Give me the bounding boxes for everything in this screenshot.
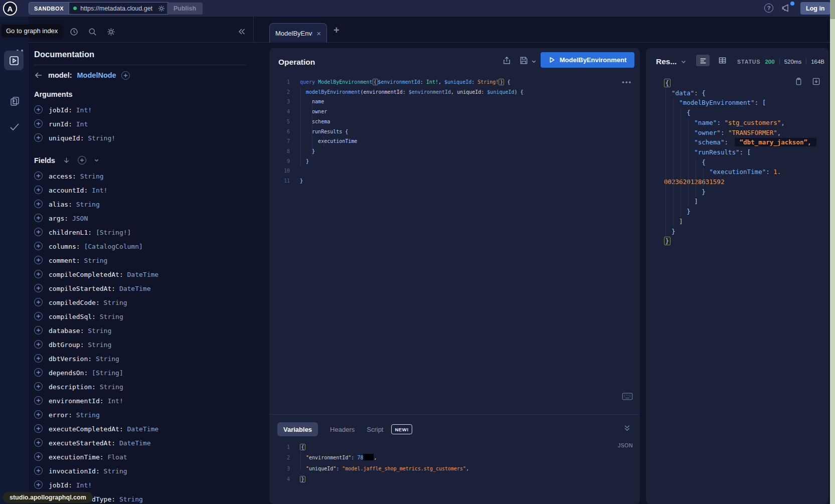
field-row[interactable]: comment: String	[34, 253, 246, 267]
keyboard-shortcuts-icon[interactable]	[622, 392, 633, 401]
download-response-icon[interactable]	[812, 77, 820, 86]
add-field-icon[interactable]	[34, 242, 43, 250]
field-row[interactable]: dbtVersion: String	[34, 351, 246, 365]
indent-guide	[688, 118, 689, 207]
add-field-icon[interactable]	[34, 410, 43, 419]
field-row[interactable]: jobId: Int!	[34, 477, 246, 491]
argument-row[interactable]: uniqueId: String!	[34, 130, 246, 144]
search-icon[interactable]	[88, 27, 97, 37]
login-button[interactable]: Log in	[800, 2, 830, 15]
field-row[interactable]: dbtGroup: String	[34, 337, 246, 351]
announcements-megaphone-icon[interactable]	[781, 3, 791, 13]
settings-gear-icon[interactable]	[106, 27, 116, 37]
add-field-icon[interactable]	[34, 368, 43, 377]
save-chevron-down-icon[interactable]	[531, 59, 537, 64]
argument-row[interactable]: jobId: Int!	[34, 102, 246, 116]
add-field-icon[interactable]	[34, 312, 43, 320]
add-field-icon[interactable]	[34, 186, 43, 194]
changelog-nav-item[interactable]	[0, 96, 29, 107]
explorer-nav-item[interactable]	[4, 51, 24, 70]
history-icon[interactable]	[69, 27, 79, 37]
collapse-sidebar-icon[interactable]	[236, 27, 246, 37]
field-row[interactable]: compiledCode: String	[34, 295, 246, 309]
add-field-icon[interactable]	[34, 340, 43, 349]
field-row[interactable]: executeStartedAt: DateTime	[34, 435, 246, 449]
add-field-icon[interactable]	[34, 284, 43, 292]
operation-editor[interactable]: 1query ModelByEnvironment($environmentId…	[269, 73, 640, 186]
breadcrumb-type-link[interactable]: ModelNode	[77, 71, 116, 79]
add-argument-icon[interactable]	[34, 105, 43, 114]
collapse-variables-icon[interactable]	[623, 424, 631, 432]
add-field-icon[interactable]	[34, 382, 43, 391]
add-field-icon[interactable]	[34, 438, 43, 447]
endpoint-url-text: https://metadata.cloud.get	[80, 5, 154, 12]
tab-script[interactable]: Script	[367, 426, 383, 433]
field-row[interactable]: error: String	[34, 407, 246, 421]
add-field-icon[interactable]	[34, 466, 43, 475]
variables-editor[interactable]: 1{2 "environmentId": 78,3 "uniqueId": "m…	[269, 442, 640, 484]
add-field-icon[interactable]	[34, 326, 43, 334]
tab-variables[interactable]: Variables	[277, 422, 318, 436]
field-row[interactable]: args: JSON	[34, 211, 246, 225]
field-row[interactable]: childrenL1: [String!]	[34, 225, 246, 239]
add-field-icon[interactable]	[34, 214, 43, 222]
field-row[interactable]: columns: [CatalogColumn]	[34, 239, 246, 253]
field-row[interactable]: compileStartedAt: DateTime	[34, 281, 246, 295]
share-icon[interactable]	[502, 56, 512, 65]
add-field-icon[interactable]	[34, 298, 43, 306]
add-argument-icon[interactable]	[34, 133, 43, 142]
field-row[interactable]: environmentId: Int!	[34, 393, 246, 407]
field-row[interactable]: dependsOn: [String]	[34, 365, 246, 379]
field-row[interactable]: executeCompletedAt: DateTime	[34, 421, 246, 435]
add-argument-icon[interactable]	[34, 119, 43, 128]
back-arrow-icon[interactable]	[34, 71, 43, 80]
field-row[interactable]: access: String	[34, 169, 246, 183]
help-icon[interactable]: ?	[764, 4, 773, 13]
publish-button[interactable]: Publish	[167, 3, 203, 15]
copy-response-icon[interactable]	[794, 77, 803, 86]
tab-headers[interactable]: Headers	[330, 426, 355, 433]
new-tab-icon[interactable]: +	[333, 25, 340, 35]
endpoint-url-input[interactable]: https://metadata.cloud.get	[69, 3, 170, 14]
save-icon[interactable]	[519, 56, 529, 65]
response-chevron-down-icon[interactable]	[681, 59, 687, 65]
field-row[interactable]: accountId: Int!	[34, 183, 246, 197]
endpoint-settings-gear-icon[interactable]	[157, 5, 165, 13]
add-field-icon[interactable]	[34, 270, 43, 278]
add-field-icon[interactable]	[121, 71, 130, 80]
add-field-icon[interactable]	[34, 172, 43, 180]
add-field-icon[interactable]	[34, 424, 43, 433]
field-row[interactable]: invocationId: String	[34, 463, 246, 477]
field-row[interactable]: description: String	[34, 379, 246, 393]
close-tab-icon[interactable]: ×	[316, 30, 321, 37]
indent-guide	[665, 88, 666, 236]
add-field-icon[interactable]	[34, 396, 43, 405]
add-field-icon[interactable]	[34, 256, 43, 264]
tab-modelbyenvironment[interactable]: ModelByEnvi... ×	[269, 23, 327, 43]
argument-row[interactable]: runId: Int	[34, 116, 246, 130]
checks-nav-item[interactable]	[0, 121, 29, 133]
add-field-icon[interactable]	[34, 200, 43, 208]
run-operation-button[interactable]: ModelByEnvironment	[541, 52, 634, 68]
fields-chevron-down-icon[interactable]	[94, 157, 99, 163]
field-row[interactable]: compiledSql: String	[34, 309, 246, 323]
field-row[interactable]: database: String	[34, 323, 246, 337]
field-row[interactable]: alias: String	[34, 197, 246, 211]
apollo-logo-icon[interactable]: A	[3, 2, 17, 16]
field-row[interactable]: executionTime: Float	[34, 449, 246, 463]
add-all-fields-icon[interactable]	[78, 156, 86, 164]
structured-view-toggle[interactable]	[696, 55, 710, 66]
play-square-icon	[8, 55, 20, 67]
table-view-toggle[interactable]	[716, 55, 729, 66]
sort-fields-icon[interactable]	[63, 156, 70, 164]
add-field-icon[interactable]	[34, 480, 43, 489]
operation-title: Operation	[278, 58, 315, 67]
add-field-icon[interactable]	[34, 452, 43, 461]
indent-guide	[696, 157, 696, 197]
add-field-icon[interactable]	[34, 354, 43, 363]
page-scrollbar[interactable]	[830, 0, 835, 504]
field-row[interactable]: compileCompletedAt: DateTime	[34, 267, 246, 281]
add-field-icon[interactable]	[34, 228, 43, 236]
indent-guide	[312, 97, 312, 156]
endpoint-control: SANDBOX https://metadata.cloud.get	[29, 2, 170, 15]
